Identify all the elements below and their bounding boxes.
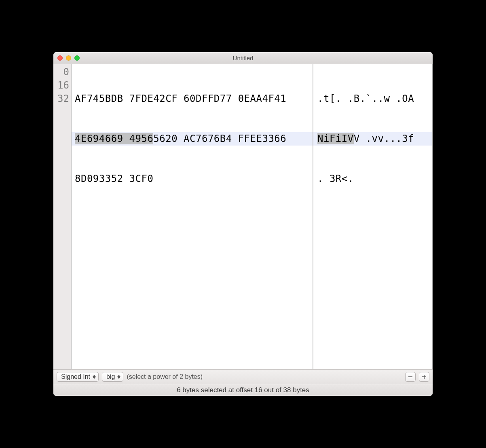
offset-column: 0 16 32 [53,64,71,369]
inspector-toolbar: Signed Int big (select a power of 2 byte… [53,369,433,384]
data-type-select[interactable]: Signed Int [57,372,99,382]
ascii-row[interactable]: .t[. .B.`..w .OA [317,92,429,106]
ascii-row[interactable]: . 3R<. [317,172,429,186]
close-button[interactable] [57,55,63,61]
traffic-lights [53,55,80,61]
titlebar[interactable]: Untitled [53,52,433,64]
hex-editor-window: Untitled 0 16 32 AF745BDB 7FDE42CF 60DFF… [53,52,433,396]
editor-content: 0 16 32 AF745BDB 7FDE42CF 60DFFD77 0EAA4… [53,64,433,369]
svg-rect-2 [422,376,426,377]
status-bar: 6 bytes selected at offset 16 out of 38 … [53,384,433,396]
window-title: Untitled [53,55,433,61]
hex-row[interactable]: 8D093352 3CF0 [75,172,309,186]
data-type-value: Signed Int [61,373,90,380]
status-text: 6 bytes selected at offset 16 out of 38 … [177,386,309,394]
svg-rect-0 [408,376,412,377]
select-stepper-icon [92,375,96,379]
minimize-button[interactable] [66,55,71,61]
offset-value: 32 [53,92,71,106]
zoom-button[interactable] [74,55,80,61]
hex-column[interactable]: AF745BDB 7FDE42CF 60DFFD77 0EAA4F41 4E69… [71,64,313,369]
hex-row[interactable]: 4E694669 49565620 AC7676B4 FFEE3366 [75,132,309,146]
ascii-row[interactable]: NiFiIVV .vv...3f [317,132,429,146]
endianness-select[interactable]: big [102,372,123,382]
ascii-column[interactable]: .t[. .B.`..w .OA NiFiIVV .vv...3f . 3R<. [313,64,433,369]
inspector-hint: (select a power of 2 bytes) [127,373,203,380]
plus-icon [422,374,427,379]
minus-icon [408,374,413,379]
add-inspector-button[interactable] [419,372,429,382]
offset-value: 0 [53,66,71,79]
offset-value: 16 [53,79,71,92]
hex-row[interactable]: AF745BDB 7FDE42CF 60DFFD77 0EAA4F41 [75,92,309,106]
endianness-value: big [106,373,115,380]
remove-inspector-button[interactable] [405,372,416,382]
select-stepper-icon [117,375,121,379]
